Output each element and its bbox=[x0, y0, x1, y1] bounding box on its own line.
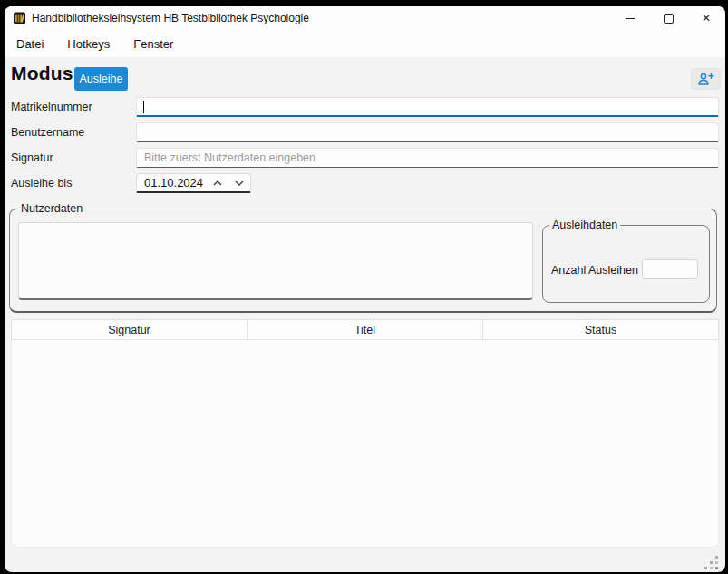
title-bar: Handbibliotheksleihsystem HB Testbibliot… bbox=[5, 6, 725, 30]
table-header-row: Signatur Titel Status bbox=[11, 319, 719, 340]
page-title: Modus bbox=[11, 63, 73, 84]
close-icon: ✕ bbox=[702, 6, 711, 30]
menu-bar: Datei Hotkeys Fenster bbox=[5, 30, 725, 57]
chevron-up-icon bbox=[213, 180, 222, 186]
resize-grip-icon bbox=[704, 556, 707, 559]
resize-grip[interactable] bbox=[704, 556, 721, 572]
column-header-signatur[interactable]: Signatur bbox=[12, 320, 247, 339]
person-add-icon bbox=[697, 73, 714, 86]
matrikelnummer-input[interactable] bbox=[136, 97, 719, 117]
maximize-icon bbox=[664, 14, 674, 24]
close-button[interactable]: ✕ bbox=[687, 6, 725, 30]
column-header-titel[interactable]: Titel bbox=[247, 320, 482, 339]
table-body bbox=[11, 340, 719, 548]
menu-item-hotkeys[interactable]: Hotkeys bbox=[67, 37, 110, 51]
menu-item-fenster[interactable]: Fenster bbox=[133, 37, 173, 51]
anzahl-ausleihen-input[interactable] bbox=[642, 259, 698, 279]
add-user-button[interactable] bbox=[691, 68, 721, 90]
ausleihdaten-groupbox: Ausleihdaten Anzahl Ausleihen bbox=[542, 225, 710, 303]
date-increment-button[interactable] bbox=[207, 175, 228, 191]
window-controls: ✕ bbox=[611, 6, 725, 30]
ausleihe-bis-label: Ausleihe bis bbox=[11, 177, 72, 190]
maximize-button[interactable] bbox=[649, 6, 687, 30]
ausleihdaten-group-title: Ausleihdaten bbox=[549, 219, 620, 231]
window-title: Handbibliotheksleihsystem HB Testbibliot… bbox=[32, 6, 309, 31]
nutzerdaten-groupbox: Nutzerdaten Ausleihdaten Anzahl Ausleihe… bbox=[9, 209, 717, 313]
anzahl-ausleihen-label: Anzahl Ausleihen bbox=[551, 264, 638, 277]
matrikelnummer-label: Matrikelnummer bbox=[11, 101, 92, 113]
column-header-status[interactable]: Status bbox=[482, 320, 718, 339]
mode-ausleihe-button[interactable]: Ausleihe bbox=[74, 67, 128, 91]
date-decrement-button[interactable] bbox=[228, 175, 250, 191]
nutzerdaten-textarea[interactable] bbox=[18, 222, 533, 300]
app-books-icon bbox=[13, 11, 27, 25]
benutzername-input[interactable] bbox=[136, 122, 719, 142]
nutzerdaten-group-title: Nutzerdaten bbox=[18, 202, 85, 215]
date-value: 01.10.2024 bbox=[137, 176, 207, 190]
app-window: Handbibliotheksleihsystem HB Testbibliot… bbox=[5, 6, 725, 572]
minimize-button[interactable] bbox=[611, 6, 649, 30]
benutzername-label: Benutzername bbox=[11, 126, 84, 139]
minimize-icon bbox=[626, 18, 635, 19]
chevron-down-icon bbox=[235, 180, 244, 186]
text-caret bbox=[143, 101, 144, 113]
signatur-input[interactable] bbox=[136, 148, 719, 168]
ausleihe-bis-date-spinner[interactable]: 01.10.2024 bbox=[136, 173, 251, 193]
signatur-label: Signatur bbox=[11, 151, 53, 164]
menu-item-datei[interactable]: Datei bbox=[16, 37, 44, 51]
